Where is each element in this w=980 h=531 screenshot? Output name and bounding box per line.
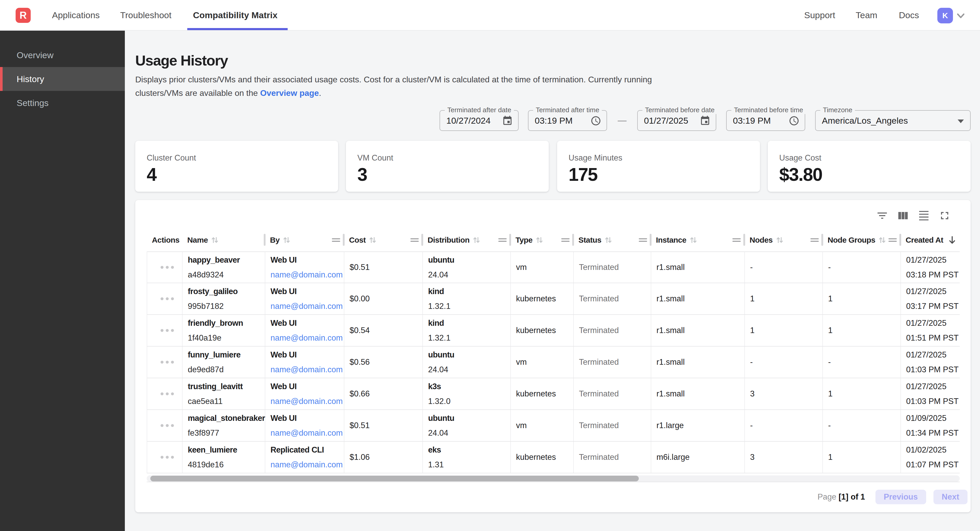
created-by-email-link[interactable]: name@domain.com	[270, 330, 344, 345]
chevron-down-icon[interactable]	[957, 14, 964, 19]
timezone-value[interactable]: America/Los_Angeles	[822, 111, 908, 130]
fullscreen-icon[interactable]	[939, 209, 951, 222]
sidebar-item-settings[interactable]: Settings	[0, 91, 125, 115]
nav-item-support[interactable]: Support	[804, 0, 835, 31]
row-actions-menu-icon[interactable]	[159, 265, 175, 269]
cell-actions[interactable]	[147, 252, 183, 283]
nav-item-team[interactable]: Team	[856, 0, 877, 31]
calendar-icon[interactable]	[502, 115, 513, 126]
row-actions-menu-icon[interactable]	[159, 392, 175, 396]
terminated-after-date-value[interactable]: 10/27/2024	[446, 111, 490, 130]
user-avatar[interactable]: K	[937, 8, 953, 24]
clock-icon[interactable]	[590, 115, 601, 126]
column-header-type[interactable]: Type	[510, 228, 573, 252]
column-drag-handle-icon[interactable]	[410, 236, 419, 244]
column-header-created-at[interactable]: Created At	[900, 228, 960, 252]
sort-icon[interactable]	[369, 236, 377, 244]
column-header-node-groups[interactable]: Node Groups	[822, 228, 900, 252]
created-by-email-link[interactable]: name@domain.com	[270, 299, 344, 314]
row-actions-menu-icon[interactable]	[159, 455, 175, 459]
column-drag-handle-icon[interactable]	[888, 236, 897, 244]
created-by-email-link[interactable]: name@domain.com	[270, 267, 344, 282]
sort-icon[interactable]	[536, 236, 543, 244]
column-resize-handle[interactable]	[509, 234, 511, 246]
node-groups-value: 1	[828, 389, 900, 398]
column-drag-handle-icon[interactable]	[732, 236, 741, 244]
sidebar-item-overview[interactable]: Overview	[0, 43, 125, 67]
sort-icon[interactable]	[776, 236, 784, 244]
replicated-logo[interactable]: R	[16, 8, 31, 23]
created-by-email-link[interactable]: name@domain.com	[270, 426, 344, 440]
column-resize-handle[interactable]	[572, 234, 574, 246]
created-by-email-link[interactable]: name@domain.com	[270, 457, 344, 472]
row-actions-menu-icon[interactable]	[159, 423, 175, 428]
density-icon[interactable]	[918, 209, 930, 222]
terminated-after-time-value[interactable]: 03:19 PM	[535, 111, 573, 130]
cell-actions[interactable]	[147, 442, 183, 473]
cell-distribution: eks 1.31	[423, 442, 511, 473]
cluster-name: trusting_leavitt	[188, 379, 265, 394]
row-actions-menu-icon[interactable]	[159, 328, 175, 333]
clock-icon[interactable]	[789, 115, 800, 126]
scrollbar-thumb[interactable]	[150, 476, 639, 481]
column-header-cost[interactable]: Cost	[344, 228, 422, 252]
column-drag-handle-icon[interactable]	[561, 236, 570, 244]
calendar-icon[interactable]	[700, 115, 711, 126]
cell-actions[interactable]	[147, 410, 183, 441]
created-by-email-link[interactable]: name@domain.com	[270, 394, 344, 409]
sort-icon[interactable]	[283, 236, 291, 244]
column-drag-handle-icon[interactable]	[498, 236, 507, 244]
sort-icon[interactable]	[473, 236, 480, 244]
nav-item-troubleshoot[interactable]: Troubleshoot	[120, 0, 172, 31]
sorted-descending-icon[interactable]	[948, 235, 957, 245]
previous-page-button[interactable]: Previous	[875, 490, 926, 504]
terminated-before-date-value[interactable]: 01/27/2025	[644, 111, 688, 130]
cell-actions[interactable]	[147, 315, 183, 346]
column-drag-handle-icon[interactable]	[332, 236, 340, 244]
terminated-after-time-field[interactable]: Terminated after time 03:19 PM	[528, 110, 607, 131]
timezone-select[interactable]: Timezone America/Los_Angeles	[815, 110, 970, 131]
cell-actions[interactable]	[147, 347, 183, 378]
column-header-by[interactable]: By	[265, 228, 344, 252]
filter-icon[interactable]	[876, 209, 888, 222]
nav-item-compatibility-matrix[interactable]: Compatibility Matrix	[193, 0, 277, 31]
overview-page-link[interactable]: Overview page	[260, 88, 319, 98]
column-header-distribution[interactable]: Distribution	[422, 228, 510, 252]
created-date: 01/27/2025	[906, 315, 960, 330]
dropdown-arrow-icon[interactable]	[958, 119, 964, 123]
horizontal-scrollbar[interactable]	[147, 476, 960, 482]
column-drag-handle-icon[interactable]	[810, 236, 819, 244]
instance-value: r1.small	[657, 357, 745, 367]
column-header-instance[interactable]: Instance	[651, 228, 745, 252]
column-resize-handle[interactable]	[422, 234, 423, 246]
sidebar-item-history[interactable]: History	[0, 67, 125, 91]
row-actions-menu-icon[interactable]	[159, 360, 175, 364]
column-resize-handle[interactable]	[264, 234, 266, 246]
terminated-before-time-value[interactable]: 03:19 PM	[733, 111, 771, 130]
cell-actions[interactable]	[147, 283, 183, 314]
row-actions-menu-icon[interactable]	[159, 297, 175, 301]
sort-icon[interactable]	[878, 236, 886, 244]
column-header-status[interactable]: Status	[573, 228, 651, 252]
column-header-name[interactable]: Name	[182, 228, 265, 252]
cell-actions[interactable]	[147, 378, 183, 409]
created-by-email-link[interactable]: name@domain.com	[270, 362, 344, 377]
column-resize-handle[interactable]	[743, 234, 745, 246]
column-resize-handle[interactable]	[343, 234, 345, 246]
sort-icon[interactable]	[211, 236, 219, 244]
column-resize-handle[interactable]	[821, 234, 823, 246]
column-resize-handle[interactable]	[899, 234, 901, 246]
nav-item-applications[interactable]: Applications	[52, 0, 100, 31]
cluster-name: happy_beaver	[188, 252, 265, 267]
column-drag-handle-icon[interactable]	[639, 236, 647, 244]
sort-icon[interactable]	[605, 236, 612, 244]
next-page-button[interactable]: Next	[934, 490, 967, 504]
terminated-before-time-field[interactable]: Terminated before time 03:19 PM	[726, 110, 805, 131]
column-header-nodes[interactable]: Nodes	[745, 228, 822, 252]
sort-icon[interactable]	[689, 236, 697, 244]
nav-item-docs[interactable]: Docs	[899, 0, 919, 31]
column-resize-handle[interactable]	[650, 234, 652, 246]
terminated-after-date-field[interactable]: Terminated after date 10/27/2024	[439, 110, 519, 131]
show-hide-columns-icon[interactable]	[897, 209, 909, 222]
terminated-before-date-field[interactable]: Terminated before date 01/27/2025	[637, 110, 716, 131]
